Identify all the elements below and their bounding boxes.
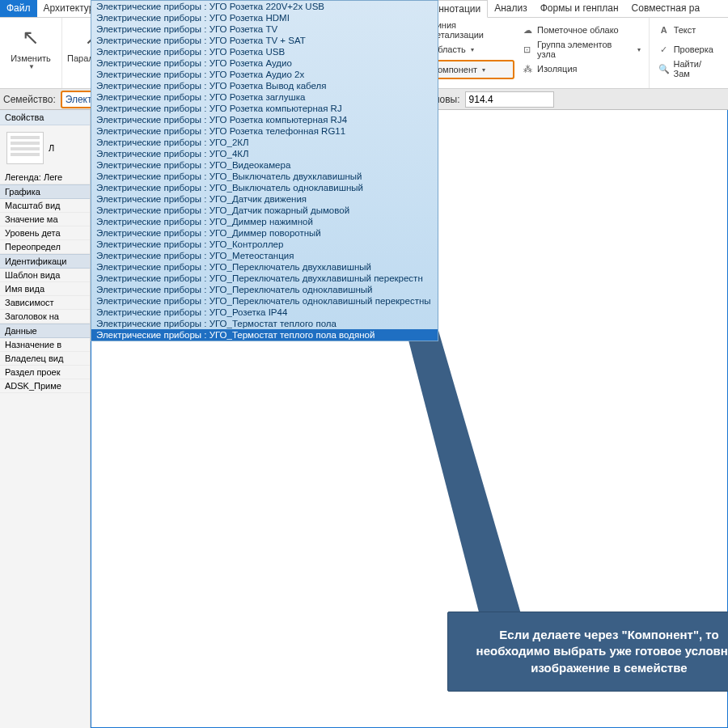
prop-row[interactable]: Уровень дета (0, 226, 90, 240)
dropdown-item[interactable]: Электрические приборы : УГО_Диммер повор… (91, 227, 438, 239)
group-button[interactable]: ⊡Группа элементов узла▾ (518, 40, 644, 58)
find-button[interactable]: 🔍Найти/ Зам (654, 60, 723, 78)
prop-row[interactable]: Раздел проек (0, 366, 90, 379)
dropdown-item[interactable]: Электрические приборы : УГО Розетка Ауди… (91, 69, 438, 80)
dropdown-item[interactable]: Электрические приборы : УГО_Переключател… (91, 295, 438, 307)
dropdown-item[interactable]: Электрические приборы : УГО Розетка Ауди… (91, 57, 438, 69)
isolate-label: Изоляция (537, 64, 577, 74)
section-graphics[interactable]: Графика (0, 184, 90, 199)
prop-row[interactable]: Заголовок на (0, 310, 90, 324)
dropdown-item[interactable]: Электрические приборы : УГО Розетка комп… (91, 103, 438, 114)
modify-button[interactable]: ↖ Изменить ▼ (3, 19, 58, 74)
prop-row[interactable]: Значение ма (0, 213, 90, 226)
dropdown-item[interactable]: Электрические приборы : УГО Розетка TV +… (91, 35, 438, 46)
prop-row[interactable]: Зависимост (0, 296, 90, 310)
length-input[interactable]: 914.4 (465, 91, 554, 108)
text-icon: A (658, 25, 671, 35)
prop-row[interactable]: Переопредел (0, 240, 90, 254)
properties-title: Свойства (0, 110, 90, 125)
chevron-down-icon: ▾ (469, 46, 474, 53)
dropdown-item[interactable]: Электрические приборы : УГО_Розетка IP44 (91, 307, 438, 318)
dropdown-item[interactable]: Электрические приборы : УГО Розетка комп… (91, 114, 438, 125)
menu-tab[interactable]: Совместная ра (625, 0, 706, 17)
isolate-icon: ⁂ (521, 64, 534, 74)
type-label: Л (49, 143, 54, 153)
cloud-icon: ☁ (521, 25, 534, 36)
dropdown-item[interactable]: Электрические приборы : УГО Розетка теле… (91, 125, 438, 137)
properties-panel: Свойства Л Легенда: Леге Графика Масштаб… (0, 110, 91, 728)
dropdown-item[interactable]: Электрические приборы : УГО Розетка Выво… (91, 80, 438, 91)
text-label: Текст (674, 25, 696, 35)
prop-row[interactable]: Владелец вид (0, 352, 90, 366)
cursor-icon: ↖ (5, 23, 57, 52)
prop-row[interactable]: Масштаб вид (0, 199, 90, 213)
dropdown-item[interactable]: Электрические приборы : УГО Розетка USB (91, 46, 438, 57)
thumbnail-icon (6, 132, 44, 164)
instance-selector[interactable]: Легенда: Леге (0, 171, 90, 184)
dropdown-item[interactable]: Электрические приборы : УГО Розетка загл… (91, 91, 438, 103)
section-ident[interactable]: Идентификаци (0, 254, 90, 269)
dropdown-item[interactable]: Электрические приборы : УГО_Датчик движе… (91, 193, 438, 205)
dropdown-item[interactable]: Электрические приборы : УГО_Термостат те… (91, 318, 438, 329)
group-label: Группа элементов узла (537, 40, 633, 59)
dropdown-item[interactable]: Электрические приборы : УГО_Диммер нажим… (91, 216, 438, 227)
prop-row[interactable]: Шаблон вида (0, 269, 90, 282)
modify-label: Изменить (5, 52, 57, 63)
length-value: 914.4 (469, 94, 493, 105)
find-icon: 🔍 (658, 64, 671, 74)
prop-row[interactable]: Имя вида (0, 282, 90, 296)
cloud-button[interactable]: ☁Пометочное облако (518, 21, 644, 39)
dropdown-item[interactable]: Электрические приборы : УГО_Переключател… (91, 284, 438, 295)
component-label: Компонент (433, 65, 477, 74)
prop-row[interactable]: ADSK_Приме (0, 379, 90, 393)
find-label: Найти/ Зам (674, 59, 720, 78)
family-label: Семейство: (3, 94, 56, 105)
dropdown-item[interactable]: Электрические приборы : УГО_Контроллер (91, 239, 438, 250)
check-button[interactable]: ✓Проверка (654, 40, 723, 58)
type-selector[interactable]: Л (0, 125, 90, 171)
dropdown-item[interactable]: Электрические приборы : УГО_Термостат те… (91, 329, 438, 341)
menu-tab[interactable]: Анализ (488, 0, 534, 17)
group-icon: ⊡ (521, 44, 534, 55)
family-dropdown-list[interactable]: Электрические приборы : УГО Розетка 220V… (91, 0, 438, 341)
prop-row[interactable]: Назначение в (0, 338, 90, 352)
dropdown-item[interactable]: Электрические приборы : УГО_4КЛ (91, 148, 438, 159)
dropdown-item[interactable]: Электрические приборы : УГО Розетка 220V… (91, 1, 438, 12)
dropdown-item[interactable]: Электрические приборы : УГО_Выключатель … (91, 171, 438, 182)
detail-line-label: Линия детализации (430, 20, 511, 40)
section-data[interactable]: Данные (0, 324, 90, 338)
text-button[interactable]: AТекст (654, 21, 723, 39)
dropdown-item[interactable]: Электрические приборы : УГО Розетка HDMI (91, 12, 438, 23)
dropdown-item[interactable]: Электрические приборы : УГО_Видеокамера (91, 159, 438, 171)
callout-box: Если делаете через "Компонент", то необх… (447, 612, 728, 692)
check-icon: ✓ (658, 44, 671, 55)
cloud-label: Пометочное облако (537, 25, 619, 35)
content-area: Свойства Л Легенда: Леге Графика Масштаб… (0, 110, 728, 728)
dropdown-item[interactable]: Электрические приборы : УГО_Метеостанция (91, 250, 438, 261)
dropdown-item[interactable]: Электрические приборы : УГО Розетка TV (91, 23, 438, 35)
check-label: Проверка (674, 44, 713, 54)
chevron-down-icon: ▾ (480, 66, 485, 74)
menu-file[interactable]: Файл (0, 0, 37, 17)
dropdown-item[interactable]: Электрические приборы : УГО_Переключател… (91, 273, 438, 284)
dropdown-item[interactable]: Электрические приборы : УГО_Выключатель … (91, 182, 438, 193)
chevron-down-icon: ▾ (636, 46, 641, 53)
chevron-down-icon: ▼ (5, 63, 57, 70)
dropdown-item[interactable]: Электрические приборы : УГО_2КЛ (91, 137, 438, 148)
menu-tab[interactable]: Формы и генплан (534, 0, 625, 17)
isolate-button[interactable]: ⁂Изоляция (518, 60, 644, 78)
dropdown-item[interactable]: Электрические приборы : УГО_Датчик пожар… (91, 205, 438, 216)
dropdown-item[interactable]: Электрические приборы : УГО_Переключател… (91, 261, 438, 273)
